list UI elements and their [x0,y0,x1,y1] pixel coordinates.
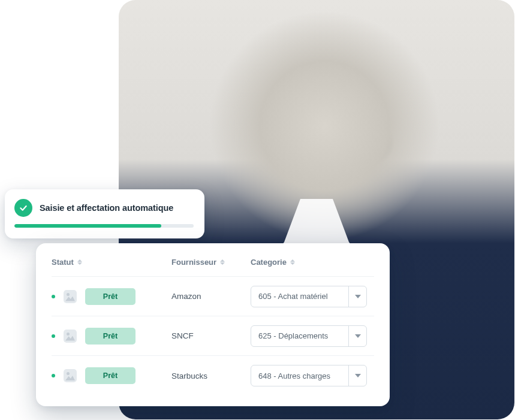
category-select[interactable]: 625 - Déplacements [251,325,367,347]
table-row: Prêt SNCF 625 - Déplacements [52,316,374,356]
sort-icon [77,259,82,265]
category-select[interactable]: 605 - Achat matériel [251,286,367,307]
column-header-label: Statut [52,258,74,267]
chevron-down-icon [348,365,366,386]
status-dot-icon [52,295,55,298]
select-value: 625 - Déplacements [258,331,348,340]
supplier-cell: Starbucks [171,371,251,380]
status-dot-icon [52,334,55,338]
status-badge: Prêt [85,288,135,305]
progress-bar [14,224,194,228]
column-header-status[interactable]: Statut [52,258,171,267]
table-header-row: Statut Fournisseur Categorie [52,258,374,277]
status-badge: Prêt [85,367,135,384]
progress-title: Saisie et affectation automatique [40,203,173,213]
status-badge: Prêt [85,328,135,345]
chevron-down-icon [348,286,366,307]
table-row: Prêt Starbucks 648 - Autres charges [52,356,374,395]
supplier-cell: SNCF [171,331,251,340]
sort-icon [290,259,295,265]
receipt-thumbnail-icon[interactable] [64,290,77,303]
status-dot-icon [52,374,55,377]
check-circle-icon [14,199,32,217]
column-header-category[interactable]: Categorie [251,258,374,267]
select-value: 605 - Achat matériel [258,292,348,301]
progress-card: Saisie et affectation automatique [5,189,204,238]
supplier-cell: Amazon [171,292,251,301]
column-header-label: Categorie [251,258,287,267]
receipt-thumbnail-icon[interactable] [64,330,77,343]
category-select[interactable]: 648 - Autres charges [251,365,367,386]
expenses-table-card: Statut Fournisseur Categorie Prêt Amazon [36,243,390,406]
receipt-thumbnail-icon[interactable] [64,369,77,382]
progress-bar-fill [14,224,161,228]
select-value: 648 - Autres charges [258,371,348,380]
chevron-down-icon [348,326,366,346]
column-header-supplier[interactable]: Fournisseur [171,258,251,267]
table-row: Prêt Amazon 605 - Achat matériel [52,277,374,316]
column-header-label: Fournisseur [171,258,216,267]
sort-icon [220,259,225,265]
